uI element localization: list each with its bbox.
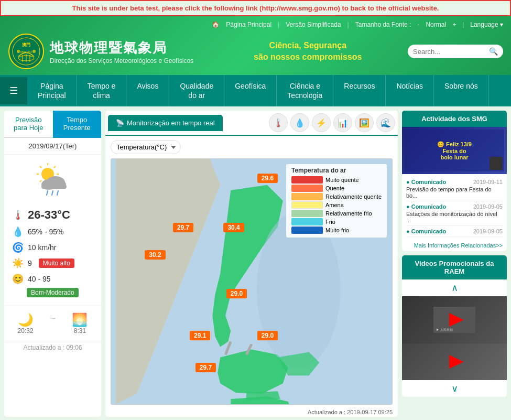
nav-items: PáginaPrincipal Tempo eclima Avisos Qual… bbox=[27, 75, 511, 106]
weather-details: 🌡️ 26-33°C 💧 65% - 95% 🌀 10 km/hr ☀️ 9 M… bbox=[4, 203, 101, 301]
logo-emblem: 澳門 MACAO bbox=[8, 33, 45, 70]
center-tabs: 📡 Monitorização em tempo real 🌡️ 💧 ⚡ 📊 🖼… bbox=[105, 111, 398, 136]
sunset-icon: 🌙 bbox=[18, 313, 34, 327]
icon-tab-image[interactable]: 🖼️ bbox=[355, 113, 374, 132]
icon-tab-chart[interactable]: 📊 bbox=[333, 113, 352, 132]
news-tag-1: ● Comunicado bbox=[406, 179, 446, 185]
chevron-down[interactable]: ∨ bbox=[402, 380, 507, 397]
news-item-2: ● Comunicado 2019-09-05 Estações de moni… bbox=[406, 201, 503, 226]
nav-item-qualidade[interactable]: Qualidadedo ar bbox=[169, 75, 224, 106]
nav-item-geofisica[interactable]: Geofísica bbox=[224, 75, 277, 106]
humidity-icon: 💧 bbox=[12, 226, 24, 238]
legend-color-frio bbox=[291, 218, 323, 225]
simplified-link[interactable]: Versão Simplificada bbox=[286, 21, 341, 28]
font-decrease-btn[interactable]: - bbox=[417, 21, 419, 28]
search-area: 🔍 bbox=[408, 45, 503, 58]
legend-color-rel-quente bbox=[291, 193, 323, 200]
legend-label-rel-quente: Relativamente quente bbox=[325, 193, 382, 200]
temp-label-1: 29.6 bbox=[257, 174, 278, 183]
news-item-1: ● Comunicado 2019-09-11 Previsão do temp… bbox=[406, 177, 503, 201]
svg-point-9 bbox=[32, 50, 36, 53]
tab-tempo-presente[interactable]: TempoPresente bbox=[53, 111, 102, 138]
chevron-up[interactable]: ∧ bbox=[402, 279, 507, 296]
separator2: | bbox=[347, 21, 349, 28]
search-box: 🔍 bbox=[408, 45, 503, 58]
temp-label-3: 30.4 bbox=[223, 223, 244, 232]
news-date-1: 2019-09-11 bbox=[473, 179, 503, 185]
more-link[interactable]: Mais Informações Relacionadas>> bbox=[402, 240, 507, 251]
svg-point-8 bbox=[17, 50, 20, 53]
nav-item-sobre[interactable]: Sobre nós bbox=[434, 75, 489, 106]
temp-dropdown[interactable]: Temperatura(°C) Humidade(%) Pressão(hPa) bbox=[111, 140, 181, 154]
top-nav: 🏠 Página Principal | Versão Simplificada… bbox=[0, 16, 511, 75]
legend-label-rel-frio: Relativamente frio bbox=[325, 210, 372, 217]
legend-title: Temperatura do ar bbox=[291, 167, 382, 174]
tab-monitorizacao[interactable]: 📡 Monitorização em tempo real bbox=[108, 115, 223, 131]
legend-label-frio: Frio bbox=[325, 219, 335, 225]
org-name: 地球物理暨氣象局 bbox=[50, 39, 193, 57]
nav-item-recursos[interactable]: Recursos bbox=[333, 75, 386, 106]
language-label: Language bbox=[470, 21, 498, 28]
weather-date: 2019/09/17(Ter) bbox=[4, 138, 101, 155]
icon-tab-wave[interactable]: 🌊 bbox=[376, 113, 395, 132]
language-btn[interactable]: Language ▾ bbox=[470, 21, 503, 28]
nav-item-tempo[interactable]: Tempo eclima bbox=[77, 75, 127, 106]
icon-tab-humidity[interactable]: 💧 bbox=[290, 113, 309, 132]
sunset-time: 20:32 bbox=[18, 327, 34, 335]
video-thumbnail-2[interactable] bbox=[402, 343, 507, 380]
home-icon: 🏠 bbox=[212, 21, 220, 28]
video-section: Videos Promocionais da RAEM ∧ ▶ 人民視頻 ∨ bbox=[402, 255, 507, 397]
video-thumbnail[interactable]: ▶ 人民視頻 bbox=[402, 296, 507, 343]
legend-rel-frio: Relativamente frio bbox=[291, 210, 382, 217]
search-input[interactable] bbox=[413, 48, 486, 56]
svg-line-23 bbox=[47, 191, 48, 195]
font-increase-btn[interactable]: + bbox=[452, 21, 456, 28]
search-button[interactable]: 🔍 bbox=[489, 47, 498, 56]
icon-tab-lightning[interactable]: ⚡ bbox=[312, 113, 331, 132]
home-link[interactable]: Página Principal bbox=[226, 21, 271, 28]
aqi-icon: 😊 bbox=[12, 273, 24, 285]
weather-icon bbox=[4, 155, 101, 203]
tab-previsao[interactable]: Previsãopara Hoje bbox=[4, 111, 53, 138]
legend-color-muito-frio bbox=[291, 227, 323, 234]
temp-row: 🌡️ 26-33°C bbox=[12, 206, 93, 224]
temp-label-2: 29.7 bbox=[173, 223, 193, 232]
news-text-2[interactable]: Estações de monitorização do nível ... bbox=[406, 211, 503, 223]
monitorizacao-icon: 📡 bbox=[116, 119, 124, 127]
hamburger-button[interactable]: ☰ bbox=[0, 77, 27, 104]
beta-banner: This site is under beta test, please cli… bbox=[0, 0, 511, 16]
icon-tabs: 🌡️ 💧 ⚡ 📊 🖼️ 🌊 bbox=[269, 113, 395, 132]
sunrise-item: 🌅 8:31 bbox=[72, 313, 88, 335]
nav-item-avisos[interactable]: Avisos bbox=[126, 75, 169, 106]
map-area: 29.6 29.7 30.4 30.2 29.0 29.1 29.0 29.7 … bbox=[111, 158, 393, 405]
smg-activities-card: Actividade dos SMG 😊 Feliz 13/9Festa dob… bbox=[402, 111, 507, 251]
header-main: 澳門 MACAO 地球物理暨氣象局 Direcção dos Serviços … bbox=[8, 30, 503, 75]
left-tabs: Previsãopara Hoje TempoPresente bbox=[4, 111, 101, 138]
top-links: 🏠 Página Principal | Versão Simplificada… bbox=[8, 19, 503, 30]
nav-item-noticias[interactable]: Notícias bbox=[386, 75, 434, 106]
sunset-area: 🌙 20:32 ~ 🌅 8:31 bbox=[4, 306, 101, 341]
sunrise-icon: 🌅 bbox=[72, 313, 88, 327]
news-image: 😊 Feliz 13/9Festa dobolo lunar bbox=[402, 127, 507, 174]
font-label: Tamanho da Fonte : bbox=[355, 21, 411, 28]
wind-icon: 🌀 bbox=[12, 242, 24, 253]
legend-color-amena bbox=[291, 201, 323, 209]
legend-label-muito-frio: Muito frio bbox=[325, 227, 349, 233]
svg-line-18 bbox=[40, 180, 41, 182]
news-text-1[interactable]: Previsão do tempo para Festa do bo... bbox=[406, 186, 503, 199]
temp-label-5: 29.0 bbox=[226, 289, 247, 298]
font-size-label: Normal bbox=[426, 21, 446, 28]
aqi-row: 😊 40 - 95 bbox=[12, 271, 93, 287]
humidity-value: 65% - 95% bbox=[28, 228, 63, 236]
monitorizacao-label: Monitorização em tempo real bbox=[127, 119, 215, 127]
update-time: Actualizado a : 09:06 bbox=[4, 341, 101, 354]
uv-value: 9 bbox=[28, 259, 32, 267]
nav-item-home[interactable]: PáginaPrincipal bbox=[27, 75, 77, 106]
legend-color-quente bbox=[291, 185, 323, 192]
news-tag-2: ● Comunicado bbox=[406, 203, 446, 210]
uv-badge: Muito alto bbox=[39, 259, 74, 268]
video-play-icon: ▶ 人民視頻 bbox=[433, 307, 475, 333]
nav-item-ciencia[interactable]: Ciência eTecnologia bbox=[277, 75, 333, 106]
logo-text: 地球物理暨氣象局 Direcção dos Serviços Meteoroló… bbox=[50, 39, 193, 64]
icon-tab-temp[interactable]: 🌡️ bbox=[269, 113, 288, 132]
